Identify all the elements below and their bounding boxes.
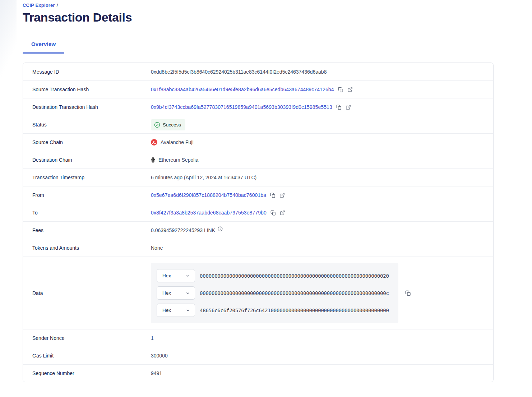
sender-nonce-value: 1 <box>151 335 493 341</box>
table-row-sequence-number: Sequence Number 9491 <box>23 364 493 382</box>
destination-chain-name: Ethereum Sepolia <box>158 157 198 163</box>
table-row-sender-nonce: Sender Nonce 1 <box>23 329 493 347</box>
table-row-data: Data Hex 0000000000000000000000000000000… <box>23 257 493 329</box>
ethereum-icon <box>151 157 155 163</box>
data-hex-line: Hex 000000000000000000000000000000000000… <box>157 269 393 282</box>
external-link-icon[interactable] <box>347 87 353 92</box>
copy-icon[interactable] <box>270 210 276 216</box>
dest-tx-hash-link[interactable]: 0x9b4cf3743ccba69fa5277830716519859a9401… <box>151 104 332 110</box>
chevron-down-icon <box>186 308 190 313</box>
avalanche-icon <box>151 139 157 146</box>
external-link-icon[interactable] <box>280 210 285 216</box>
external-link-icon[interactable] <box>346 105 351 110</box>
timestamp-value: 6 minutes ago (April 12, 2024 at 16:34:3… <box>151 175 493 180</box>
row-label: Gas Limit <box>23 353 151 359</box>
row-label: From <box>23 192 151 198</box>
hex-format-select-value: Hex <box>162 290 171 296</box>
page-title: Transaction Details <box>23 10 494 24</box>
row-label: Source Transaction Hash <box>23 87 151 92</box>
fees-value: 0.06394592722245293 LINK <box>151 227 215 233</box>
hex-format-select[interactable]: Hex <box>157 304 195 317</box>
data-hex-value: 48656c6c6f20576f726c64210000000000000000… <box>200 308 389 313</box>
source-chain-name: Avalanche Fuji <box>161 139 194 145</box>
copy-icon[interactable] <box>338 87 343 92</box>
tab-overview-label: Overview <box>31 41 56 47</box>
table-row-gas-limit: Gas Limit 300000 <box>23 347 493 364</box>
table-row-message-id: Message ID 0xdd8be2f5f5d5cf3b8640c629240… <box>23 63 493 80</box>
chevron-down-icon <box>186 274 190 278</box>
row-label: Destination Transaction Hash <box>23 104 151 110</box>
copy-icon[interactable] <box>270 193 276 198</box>
row-label: Destination Chain <box>23 157 151 163</box>
page-edge-glow <box>0 0 17 111</box>
copy-icon[interactable] <box>405 290 411 296</box>
tab-overview-active-underline <box>23 52 64 54</box>
hex-format-select[interactable]: Hex <box>157 286 195 300</box>
row-label: Transaction Timestamp <box>23 175 151 180</box>
table-row-tokens-and-amounts: Tokens and Amounts None <box>23 239 493 257</box>
row-label: To <box>23 210 151 216</box>
info-icon[interactable] <box>218 226 223 231</box>
table-row-to: To 0x8f427f3a3a8b2537aabde68caab797553e8… <box>23 204 493 221</box>
from-address-link[interactable]: 0x5e67ea6d6f290f857c1888204b7540bac76001… <box>151 192 266 198</box>
external-link-icon[interactable] <box>279 193 285 198</box>
chevron-down-icon <box>186 291 190 295</box>
tab-overview[interactable]: Overview <box>31 41 56 53</box>
row-label: Fees <box>23 227 151 233</box>
breadcrumb: CCIP Explorer/ <box>23 3 494 8</box>
row-label: Source Chain <box>23 139 151 145</box>
check-circle-icon <box>154 122 160 128</box>
data-hex-value: 0000000000000000000000000000000000000000… <box>200 273 389 279</box>
status-badge: Success <box>151 119 185 130</box>
hex-format-select-value: Hex <box>162 308 171 313</box>
status-badge-label: Success <box>163 122 181 128</box>
sequence-number-value: 9491 <box>151 370 493 376</box>
table-row-from: From 0x5e67ea6d6f290f857c1888204b7540bac… <box>23 186 493 204</box>
table-row-fees: Fees 0.06394592722245293 LINK <box>23 221 493 239</box>
table-row-dest-tx-hash: Destination Transaction Hash 0x9b4cf3743… <box>23 98 493 116</box>
data-hex-line: Hex 48656c6c6f20576f726c6421000000000000… <box>157 304 393 317</box>
row-label: Message ID <box>23 69 151 75</box>
row-label: Tokens and Amounts <box>23 245 151 251</box>
row-label: Data <box>23 290 151 296</box>
row-label: Sender Nonce <box>23 335 151 341</box>
to-address-link[interactable]: 0x8f427f3a3a8b2537aabde68caab797553e8779… <box>151 210 267 216</box>
table-row-source-tx-hash: Source Transaction Hash 0x1f88abc33a4ab4… <box>23 80 493 98</box>
message-id-value: 0xdd8be2f5f5d5cf3b8640c62924025b311ae83c… <box>151 69 493 75</box>
breadcrumb-separator: / <box>57 3 58 8</box>
transaction-details-card: Message ID 0xdd8be2f5f5d5cf3b8640c629240… <box>23 63 494 382</box>
row-label: Status <box>23 122 151 128</box>
data-hex-value: 0000000000000000000000000000000000000000… <box>200 290 389 296</box>
transaction-details-page: CCIP Explorer/ Transaction Details Overv… <box>23 3 494 382</box>
table-row-destination-chain: Destination Chain Ethereum Sepolia <box>23 151 493 169</box>
copy-icon[interactable] <box>336 105 342 110</box>
table-row-status: Status Success <box>23 116 493 133</box>
source-tx-hash-link[interactable]: 0x1f88abc33a4ab426a5466e01d9e5fe8a2b96d6… <box>151 87 334 92</box>
hex-format-select-value: Hex <box>162 273 171 278</box>
tokens-and-amounts-value: None <box>151 245 493 251</box>
gas-limit-value: 300000 <box>151 353 493 359</box>
table-row-timestamp: Transaction Timestamp 6 minutes ago (Apr… <box>23 169 493 186</box>
tabs-bar: Overview <box>23 41 494 53</box>
data-hex-panel: Hex 000000000000000000000000000000000000… <box>151 263 398 323</box>
row-label: Sequence Number <box>23 370 151 376</box>
breadcrumb-ccip-explorer-link[interactable]: CCIP Explorer <box>23 3 55 8</box>
hex-format-select[interactable]: Hex <box>157 269 195 282</box>
table-row-source-chain: Source Chain Avalanche Fuji <box>23 133 493 151</box>
data-hex-line: Hex 000000000000000000000000000000000000… <box>157 286 393 300</box>
